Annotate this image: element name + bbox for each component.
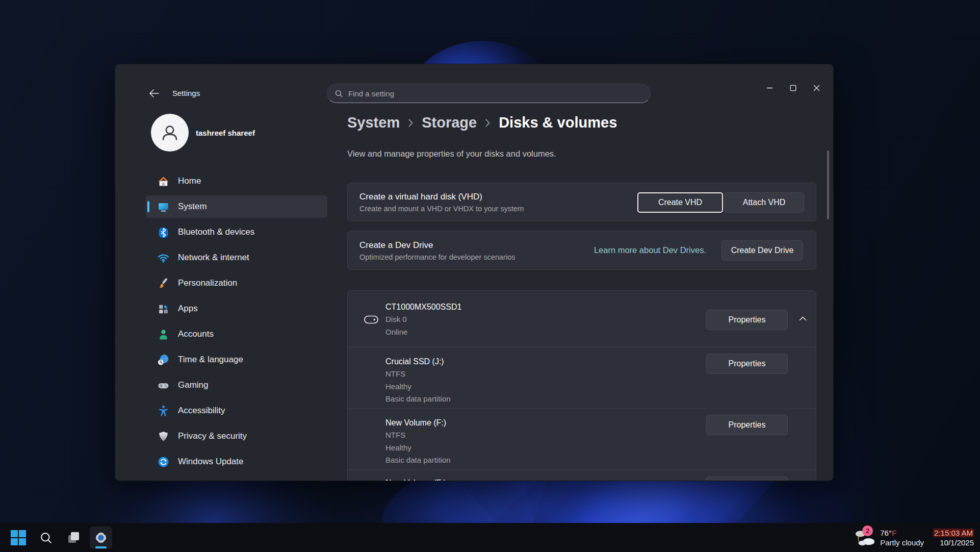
- volume-health: Healthy: [385, 381, 451, 393]
- volume-properties-button[interactable]: Properties: [706, 415, 788, 435]
- gamepad-icon: [157, 379, 170, 392]
- vhd-card-title: Create a virtual hard disk (VHD): [359, 192, 524, 202]
- settings-app-button[interactable]: [90, 526, 112, 549]
- back-button[interactable]: [145, 86, 163, 101]
- dev-drive-card: Create a Dev Drive Optimized performance…: [347, 231, 816, 270]
- globe-clock-icon: [157, 354, 170, 366]
- minimize-button[interactable]: [758, 79, 781, 96]
- vhd-card-text: Create a virtual hard disk (VHD) Create …: [359, 192, 524, 213]
- clock-widget[interactable]: 2:15:03 AM 10/1/2025: [933, 528, 974, 547]
- gear-icon: [92, 529, 110, 546]
- volume-filesystem: NTFS: [385, 368, 451, 381]
- sidebar-item-time-language[interactable]: Time & language: [146, 348, 327, 371]
- shield-icon: [157, 430, 170, 443]
- weather-widget[interactable]: 2 76°F Partly cloudy: [854, 528, 924, 548]
- weather-temperature-unit: F: [892, 529, 896, 537]
- apps-icon: [157, 303, 170, 315]
- collapse-disk-button[interactable]: [793, 310, 812, 327]
- volume-properties-button[interactable]: Properties: [706, 354, 788, 374]
- breadcrumb-storage[interactable]: Storage: [422, 114, 477, 131]
- search-taskbar-button[interactable]: [35, 526, 57, 549]
- scrollbar[interactable]: [827, 150, 829, 219]
- chevron-right-icon: [485, 118, 491, 128]
- breadcrumb-system[interactable]: System: [347, 114, 400, 131]
- sidebar-item-system[interactable]: System: [146, 195, 327, 218]
- system-icon: [157, 200, 170, 213]
- vhd-card-subtitle: Create and mount a VHD or VHDX to your s…: [359, 205, 524, 213]
- search-input[interactable]: Find a setting: [327, 84, 651, 103]
- bluetooth-icon: [157, 226, 170, 239]
- search-icon: [39, 531, 53, 545]
- disk-properties-button[interactable]: Properties: [706, 310, 788, 330]
- accounts-icon: [157, 328, 170, 341]
- vhd-card: Create a virtual hard disk (VHD) Create …: [347, 183, 816, 221]
- sidebar-item-windows-update[interactable]: Windows Update: [146, 450, 327, 473]
- sidebar-item-personalization[interactable]: Personalization: [146, 272, 327, 294]
- sidebar-item-label: Apps: [178, 304, 198, 314]
- sidebar-item-label: Personalization: [178, 278, 237, 288]
- close-icon: [813, 85, 820, 91]
- maximize-button[interactable]: [781, 79, 805, 96]
- update-icon: [157, 456, 170, 468]
- sidebar-item-bluetooth-devices[interactable]: Bluetooth & devices: [146, 221, 327, 243]
- sidebar-item-label: Home: [178, 176, 201, 186]
- close-button[interactable]: [805, 79, 828, 96]
- notification-badge[interactable]: 2: [862, 525, 873, 536]
- sidebar-item-label: Accounts: [178, 329, 214, 339]
- disk-status: Online: [385, 326, 461, 339]
- paintbrush-icon: [157, 277, 170, 290]
- disk-info: CT1000MX500SSD1 Disk 0 Online: [385, 300, 461, 338]
- task-view-button[interactable]: [62, 526, 85, 549]
- sidebar-item-label: Accessibility: [178, 406, 225, 416]
- sidebar-item-label: Privacy & security: [178, 431, 247, 441]
- minimize-icon: [766, 85, 773, 91]
- user-avatar[interactable]: [151, 114, 189, 152]
- wifi-icon: [157, 252, 170, 264]
- weather-temperature: 76°: [880, 529, 892, 537]
- attach-vhd-button[interactable]: Attach VHD: [724, 192, 804, 213]
- volume-row: New Volume (F:) NTFS Healthy Basic data …: [385, 416, 451, 467]
- person-icon: [158, 121, 182, 144]
- accessibility-icon: [157, 405, 170, 417]
- sidebar-item-privacy-security[interactable]: Privacy & security: [146, 425, 327, 447]
- dev-drive-card-text: Create a Dev Drive Optimized performance…: [359, 240, 515, 261]
- sidebar-item-home[interactable]: Home: [146, 170, 327, 192]
- volume-partition-type: Basic data partition: [385, 454, 451, 467]
- search-placeholder: Find a setting: [348, 89, 394, 98]
- app-title: Settings: [172, 89, 200, 97]
- sidebar-item-label: Network & internet: [178, 253, 249, 263]
- volume-health: Healthy: [385, 442, 451, 455]
- sidebar-item-network-internet[interactable]: Network & internet: [146, 246, 327, 269]
- page-title: Disks & volumes: [499, 114, 617, 131]
- sidebar-item-accessibility[interactable]: Accessibility: [146, 399, 327, 422]
- clock-date: 10/1/2025: [933, 538, 974, 547]
- volume-row: Crucial SSD (J:) NTFS Healthy Basic data…: [385, 355, 451, 406]
- clock-time: 2:15:03 AM: [933, 529, 974, 537]
- volume-name: Crucial SSD (J:): [385, 355, 451, 368]
- volume-row-partial: New Volume (F:): [385, 476, 446, 481]
- active-app-indicator: [95, 546, 107, 548]
- start-button[interactable]: [7, 526, 30, 549]
- volume-name: New Volume (F:): [385, 416, 451, 429]
- disk-number: Disk 0: [385, 313, 461, 326]
- volume-properties-button-partial[interactable]: [706, 476, 788, 481]
- dev-drive-card-subtitle: Optimized performance for developer scen…: [359, 253, 515, 261]
- create-dev-drive-button[interactable]: Create Dev Drive: [721, 240, 803, 261]
- volume-partition-type: Basic data partition: [385, 393, 451, 406]
- user-name: tashreef shareef: [196, 129, 255, 137]
- chevron-right-icon: [408, 118, 414, 128]
- sidebar-item-apps[interactable]: Apps: [146, 297, 327, 320]
- sidebar-nav: Home System Bluetooth & devices Network …: [146, 170, 327, 473]
- volume-filesystem: NTFS: [385, 429, 451, 442]
- sidebar-item-label: System: [178, 202, 207, 212]
- sidebar-item-accounts[interactable]: Accounts: [146, 323, 327, 345]
- create-vhd-button[interactable]: Create VHD: [637, 192, 723, 213]
- dev-drive-learn-more-link[interactable]: Learn more about Dev Drives.: [594, 245, 706, 255]
- sidebar-item-gaming[interactable]: Gaming: [146, 374, 327, 396]
- chevron-up-icon: [799, 316, 807, 321]
- weather-condition: Partly cloudy: [880, 538, 924, 547]
- sidebar-item-label: Windows Update: [178, 457, 244, 467]
- volume-name: New Volume (F:): [385, 476, 446, 481]
- task-view-icon: [66, 530, 81, 545]
- sidebar-item-label: Bluetooth & devices: [178, 227, 254, 237]
